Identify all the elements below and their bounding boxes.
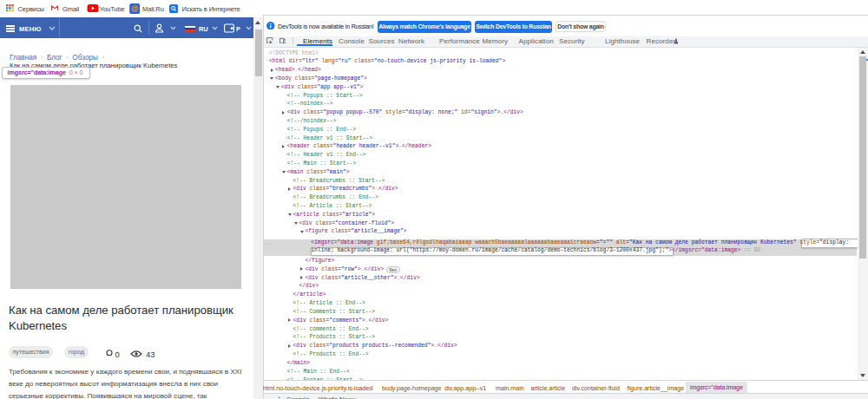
svg-text:@: @ [130, 4, 138, 13]
